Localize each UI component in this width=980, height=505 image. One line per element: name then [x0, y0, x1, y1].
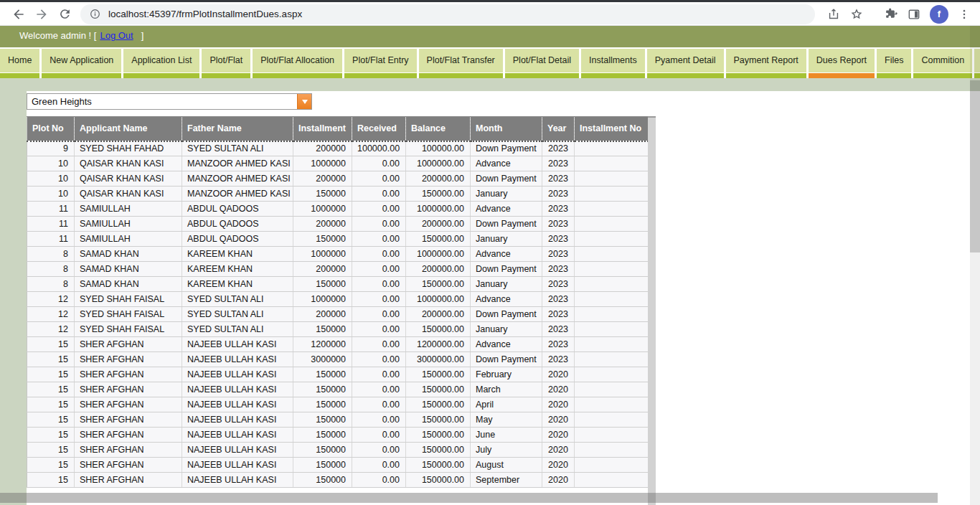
cell-installment: 200000 — [293, 217, 352, 232]
cell-balance: 150000.00 — [406, 412, 471, 428]
back-button[interactable] — [7, 4, 30, 25]
cell-month: August — [471, 458, 542, 473]
cell-month: January — [471, 322, 542, 337]
cell-father-name: NAJEEB ULLAH KASI — [182, 443, 293, 458]
tab-underline — [253, 73, 342, 78]
nav-tab-application-list[interactable]: Application List — [123, 49, 199, 78]
cell-received: 0.00 — [352, 337, 406, 352]
cell-installment: 150000 — [293, 277, 352, 292]
project-select-value: Green Heights — [27, 96, 297, 107]
cell-installment: 150000 — [293, 382, 352, 397]
cell-applicant-name: SYED SHAH FAISAL — [75, 322, 182, 337]
cell-month: Down Payment — [471, 262, 542, 277]
nav-tab-plot-flat[interactable]: Plot/Flat — [202, 49, 250, 78]
cell-plot-no: 11 — [27, 202, 75, 217]
cell-installment-no — [575, 382, 649, 397]
profile-avatar[interactable]: f — [930, 5, 948, 24]
page-info-icon[interactable] — [89, 8, 101, 20]
tab-underline — [42, 73, 121, 78]
grid-scrollbar-track[interactable] — [648, 116, 656, 505]
project-select[interactable]: Green Heights — [27, 93, 312, 110]
tab-underline — [0, 73, 39, 78]
vertical-scrollbar-thumb[interactable] — [970, 80, 980, 252]
nav-tab-plot-flat-allocation[interactable]: Plot/Flat Allocation — [253, 49, 342, 78]
tab-underline — [505, 73, 579, 78]
cell-installment: 1000000 — [293, 156, 352, 171]
nav-tab-plot-flat-detail[interactable]: Plot/Flat Detail — [505, 49, 579, 78]
nav-tab-installments[interactable]: Installments — [581, 49, 645, 78]
cell-plot-no: 15 — [27, 397, 75, 412]
share-icon — [826, 7, 841, 22]
cell-received: 0.00 — [352, 202, 406, 217]
cell-year: 2020 — [542, 443, 575, 458]
nav-tab-files[interactable]: Files — [877, 49, 911, 78]
cell-applicant-name: SAMIULLAH — [75, 202, 182, 217]
nav-tab-pyament-detail[interactable]: Pyament Detail — [647, 49, 724, 78]
cell-installment-no — [575, 322, 649, 337]
cell-plot-no: 15 — [27, 352, 75, 367]
cell-installment-no — [575, 217, 649, 232]
cell-balance: 150000.00 — [406, 473, 471, 488]
column-header-father-name: Father Name — [182, 117, 293, 141]
cell-month: Down Payment — [471, 217, 542, 232]
extensions-button[interactable] — [880, 4, 903, 25]
table-row: 8SAMAD KHANKAREEM KHAN10000000.001000000… — [27, 247, 649, 262]
cell-installment: 150000 — [293, 187, 352, 202]
cell-installment: 1000000 — [293, 202, 352, 217]
cell-year: 2023 — [542, 322, 575, 337]
cell-balance: 200000.00 — [406, 171, 471, 187]
cell-father-name: NAJEEB ULLAH KASI — [182, 412, 293, 428]
reload-button[interactable] — [53, 4, 76, 25]
cell-plot-no: 15 — [27, 337, 75, 352]
nav-tab-plot-flat-entry[interactable]: Plot/Flat Entry — [344, 49, 417, 78]
cell-received: 0.00 — [352, 458, 406, 473]
welcome-text: Welcome admin ! [ — [19, 30, 96, 41]
nav-tab-home[interactable]: Home — [0, 49, 39, 78]
cell-balance: 3000000.00 — [406, 352, 471, 367]
star-icon — [849, 7, 864, 22]
cell-installment: 150000 — [293, 322, 352, 337]
cell-father-name: NAJEEB ULLAH KASI — [182, 337, 293, 352]
cell-father-name: NAJEEB ULLAH KASI — [182, 367, 293, 382]
dropdown-arrow-button[interactable] — [297, 94, 311, 109]
cell-applicant-name: SYED SHAH FAISAL — [75, 307, 182, 322]
cell-installment: 150000 — [293, 397, 352, 412]
cell-father-name: SYED SULTAN ALI — [182, 292, 293, 307]
nav-tab-payment-report[interactable]: Payment Report — [726, 49, 806, 78]
cell-balance: 150000.00 — [406, 382, 471, 397]
kebab-menu-icon — [958, 8, 971, 21]
browser-menu-button[interactable] — [953, 4, 976, 25]
cell-received: 0.00 — [352, 428, 406, 443]
horizontal-scrollbar[interactable] — [0, 493, 938, 503]
cell-month: January — [471, 277, 542, 292]
side-panel-button[interactable] — [903, 4, 925, 25]
cell-month: Advance — [471, 337, 542, 352]
cell-month: June — [471, 428, 542, 443]
cell-year: 2020 — [542, 458, 575, 473]
cell-year: 2023 — [542, 247, 575, 262]
cell-month: Down Payment — [471, 141, 542, 156]
cell-month: September — [471, 473, 542, 488]
cell-installment: 1000000 — [293, 247, 352, 262]
cell-received: 0.00 — [352, 262, 406, 277]
nav-tab-dues-report[interactable]: Dues Report — [809, 49, 875, 78]
cell-applicant-name: SHER AFGHAN — [75, 397, 182, 412]
content-area: Green Heights Plot NoApplicant NameFathe… — [0, 91, 980, 505]
cell-year: 2023 — [542, 307, 575, 322]
nav-tab-commition[interactable]: Commition — [913, 49, 972, 78]
vertical-scrollbar-track[interactable] — [970, 26, 980, 505]
logout-link[interactable]: Log Out — [100, 30, 133, 41]
share-button[interactable] — [822, 4, 845, 25]
forward-button[interactable] — [30, 4, 53, 25]
cell-month: Advance — [471, 202, 542, 217]
address-bar[interactable]: localhost:45397/frmPlotInstallmentDues.a… — [80, 4, 815, 24]
cell-applicant-name: SHER AFGHAN — [75, 337, 182, 352]
cell-applicant-name: SHER AFGHAN — [75, 412, 182, 428]
cell-plot-no: 15 — [27, 458, 75, 473]
cell-father-name: MANZOOR AHMED KASI — [182, 156, 293, 171]
nav-tab-plot-flat-transfer[interactable]: Plot/Flat Transfer — [419, 49, 503, 78]
cell-balance: 150000.00 — [406, 397, 471, 412]
bookmark-button[interactable] — [845, 4, 868, 25]
nav-tab-new-application[interactable]: New Application — [42, 49, 121, 78]
cell-received: 0.00 — [352, 156, 406, 171]
